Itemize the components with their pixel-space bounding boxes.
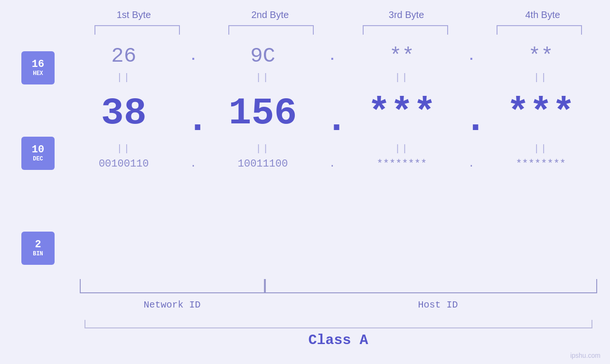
bracket-top-4 <box>497 25 582 35</box>
hex-val-1: 26 <box>111 44 136 68</box>
hex-val-3: ** <box>389 44 414 68</box>
network-id-label: Network ID <box>73 299 272 310</box>
hex-dot-3: . <box>464 49 479 64</box>
hex-val-4: ** <box>528 44 554 68</box>
bracket-top-1 <box>94 25 180 35</box>
class-a-label: Class A <box>84 332 592 348</box>
bracket-top-2 <box>228 25 314 35</box>
hex-row: 26 . 9C . ** . ** <box>66 44 598 68</box>
bin-val-1: 00100110 <box>99 158 149 170</box>
class-section: Class A <box>84 320 592 348</box>
network-id-bracket <box>80 279 265 293</box>
byte1-header: 1st Byte <box>82 9 186 20</box>
dec-val-2: 156 <box>229 92 297 135</box>
hex-cell-1: 26 <box>72 44 176 68</box>
hex-dot-1: . <box>186 49 200 64</box>
dec-cell-1: 38 <box>72 92 176 135</box>
bin-dot-2: . <box>325 158 339 170</box>
dec-row: 38 . 156 . *** . *** <box>66 87 598 139</box>
bin-dot-1: . <box>186 158 200 170</box>
dec-cell-2: 156 <box>211 92 315 135</box>
bracket-top-3 <box>363 25 448 35</box>
badge-dec: 10 DEC <box>21 137 55 170</box>
bin-cell-4: ******** <box>488 158 593 170</box>
top-brackets-row <box>77 25 600 35</box>
dec-dot-2: . <box>325 87 339 139</box>
eq-2-4: || <box>488 143 593 154</box>
eq-1-3: || <box>349 72 454 83</box>
dec-val-3: *** <box>367 92 436 135</box>
equals-row-1: || || || || <box>66 68 598 87</box>
badge-hex: 16 HEX <box>21 51 55 84</box>
main-container: 1st Byte 2nd Byte 3rd Byte 4th Byte 16 H… <box>0 0 610 364</box>
dec-val-4: *** <box>507 92 575 135</box>
dec-dot-1: . <box>186 87 200 139</box>
dec-val-1: 38 <box>101 92 147 135</box>
bin-dot-4: . <box>464 158 479 170</box>
byte3-header: 3rd Byte <box>354 9 459 20</box>
hex-cell-3: ** <box>349 44 454 68</box>
eq-1-1: || <box>72 72 176 83</box>
eq-2-1: || <box>72 143 176 154</box>
dec-cell-4: *** <box>488 92 593 135</box>
bin-val-3: ******** <box>377 158 427 170</box>
bin-row: 00100110 . 10011100 . ******** . *******… <box>66 158 598 170</box>
eq-1-4: || <box>488 72 593 83</box>
bin-cell-3: ******** <box>349 158 454 170</box>
eq-2-2: || <box>211 143 315 154</box>
byte4-header: 4th Byte <box>490 9 595 20</box>
watermark: ipshu.com <box>570 352 601 359</box>
dec-cell-3: *** <box>349 92 454 135</box>
hex-cell-2: 9C <box>211 44 315 68</box>
id-labels-row: Network ID Host ID <box>73 299 604 310</box>
eq-2-3: || <box>349 143 454 154</box>
badge-dec-num: 10 <box>32 144 44 156</box>
bin-cell-1: 00100110 <box>72 158 176 170</box>
eq-1-2: || <box>211 72 315 83</box>
badge-bin-label: BIN <box>33 251 43 257</box>
hex-dot-2: . <box>325 49 339 64</box>
hex-cell-4: ** <box>488 44 593 68</box>
badge-hex-label: HEX <box>33 70 43 77</box>
bin-val-4: ******** <box>516 158 566 170</box>
badge-dec-label: DEC <box>33 156 43 162</box>
byte2-header: 2nd Byte <box>218 9 322 20</box>
class-bracket <box>84 320 592 328</box>
hex-val-2: 9C <box>250 44 275 68</box>
badge-bin-num: 2 <box>35 239 41 251</box>
equals-row-2: || || || || <box>66 139 598 158</box>
badges-column: 16 HEX 10 DEC 2 BIN <box>0 39 66 277</box>
host-id-bracket <box>265 279 597 293</box>
dec-dot-3: . <box>464 87 479 139</box>
badge-bin: 2 BIN <box>21 232 55 265</box>
host-id-label: Host ID <box>272 299 604 310</box>
byte-headers: 1st Byte 2nd Byte 3rd Byte 4th Byte <box>77 9 600 20</box>
bin-val-2: 10011100 <box>238 158 288 170</box>
rows-container: 26 . 9C . ** . ** || || <box>66 39 610 176</box>
badge-hex-num: 16 <box>32 59 44 70</box>
content-area: 16 HEX 10 DEC 2 BIN 26 . 9C <box>0 39 610 277</box>
bin-cell-2: 10011100 <box>211 158 315 170</box>
bottom-brackets-container <box>73 279 604 296</box>
